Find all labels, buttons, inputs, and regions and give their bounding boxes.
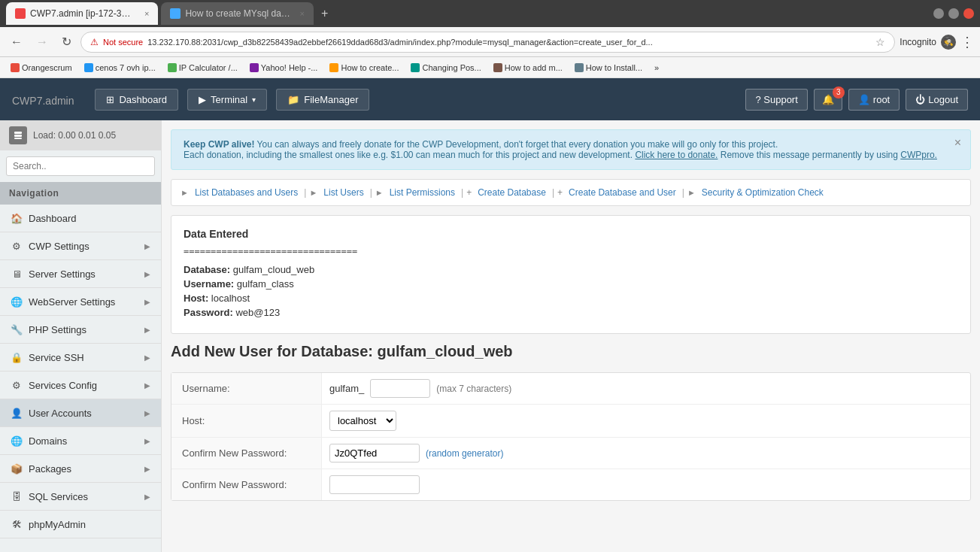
chevron-right-icon-2: ▶ xyxy=(144,270,150,278)
bookmark-orangescrum[interactable]: Orangescrum xyxy=(6,62,77,74)
alert-text-3: Remove this message permanently by using xyxy=(721,150,898,160)
server-settings-icon: 🖥 xyxy=(11,268,23,280)
how-to-add-favicon xyxy=(493,63,502,72)
browser-navbar: ← → ↻ ⚠ Not secure 13.232.170.88:2031/cw… xyxy=(0,27,980,57)
minimize-btn[interactable] xyxy=(933,8,944,19)
form-label-new-password: Confirm New Password: xyxy=(171,438,322,469)
sidebar-item-dashboard[interactable]: 🏠 Dashboard xyxy=(0,205,161,232)
donate-link[interactable]: Click here to donate. xyxy=(635,150,718,160)
terminal-button[interactable]: ▶ Terminal ▾ xyxy=(187,89,267,111)
sidebar-item-domains[interactable]: 🌐 Domains ▶ xyxy=(0,427,161,455)
data-row-database: Database: gulfam_cloud_web xyxy=(184,264,958,275)
browser-menu-button[interactable]: ⋮ xyxy=(960,34,974,50)
sidebar-item-user-accounts[interactable]: 👤 User Accounts ▶ xyxy=(0,399,161,427)
close-btn[interactable] xyxy=(963,8,974,19)
data-divider: ================================ xyxy=(184,246,958,256)
list-permissions-link[interactable]: List Permissions xyxy=(387,186,458,199)
tab-favicon-help xyxy=(170,8,181,19)
data-row-username: Username: gulfam_class xyxy=(184,278,958,290)
form-input-new-password: (random generator) xyxy=(322,438,970,469)
username-hint: (max 7 characters) xyxy=(436,384,511,394)
forward-button[interactable]: → xyxy=(32,34,53,50)
chevron-right-icon: ▶ xyxy=(144,242,150,250)
back-button[interactable]: ← xyxy=(6,34,27,50)
tab-close-active[interactable]: × xyxy=(144,9,149,18)
user-button[interactable]: 👤 root xyxy=(848,89,900,111)
address-bar[interactable]: ⚠ Not secure 13.232.170.88:2031/cwp_d3b8… xyxy=(80,32,895,53)
sep-2: | xyxy=(370,187,372,198)
dashboard-button[interactable]: ⊞ Dashboard xyxy=(95,89,178,111)
support-button[interactable]: ? Support xyxy=(745,89,807,111)
sidebar-item-server-settings[interactable]: 🖥 Server Settings ▶ xyxy=(0,260,161,288)
bookmark-how-to-create[interactable]: How to create... xyxy=(325,62,403,74)
logout-button[interactable]: ⏻ Logout xyxy=(906,89,968,111)
alert-close-button[interactable]: × xyxy=(954,136,961,150)
username-prefix-text: gulfam_ xyxy=(329,383,364,394)
data-entered-section: Data Entered ===========================… xyxy=(171,215,971,334)
maximize-btn[interactable] xyxy=(948,8,959,19)
confirm-password-input[interactable] xyxy=(329,475,420,494)
server-load: Load: 0.00 0.01 0.05 xyxy=(0,120,161,150)
sidebar-search-input[interactable] xyxy=(6,156,155,176)
form-input-confirm-password xyxy=(322,469,970,500)
sidebar-item-packages[interactable]: 📦 Packages ▶ xyxy=(0,455,161,483)
alert-main-text: You can always and freely donate for the… xyxy=(257,139,778,150)
logout-icon: ⏻ xyxy=(915,94,925,105)
bookmarks-bar: Orangescrum cenos 7 ovh ip... IP Calcula… xyxy=(0,57,980,78)
terminal-dropdown-icon: ▾ xyxy=(252,96,256,104)
refresh-button[interactable]: ↻ xyxy=(57,33,76,50)
bookmark-ip-calc[interactable]: IP Calculator /... xyxy=(163,62,242,74)
chevron-right-icon-6: ▶ xyxy=(144,381,150,390)
list-users-link[interactable]: List Users xyxy=(320,186,366,199)
random-generator-link[interactable]: (random generator) xyxy=(426,448,503,459)
bookmark-cenos[interactable]: cenos 7 ovh ip... xyxy=(80,62,160,74)
orangescrum-favicon xyxy=(11,63,20,72)
sidebar-item-cwp-settings[interactable]: ⚙ CWP Settings ▶ xyxy=(0,232,161,260)
inactive-tab[interactable]: How to create MYsql dat... × xyxy=(161,2,313,25)
more-bookmarks[interactable]: » xyxy=(650,62,663,74)
terminal-icon: ▶ xyxy=(199,94,206,105)
create-db-user-link[interactable]: Create Database and User xyxy=(566,186,679,199)
bookmark-changing-pos[interactable]: Changing Pos... xyxy=(406,62,485,74)
active-tab[interactable]: CWP7.admin [ip-172-31-8-... × xyxy=(6,2,158,25)
tab-label-inactive: How to create MYsql dat... xyxy=(185,8,290,19)
notifications-button[interactable]: 🔔 3 xyxy=(814,89,842,111)
form-label-username: Username: xyxy=(171,373,322,404)
sidebar-item-service-ssh[interactable]: 🔒 Service SSH ▶ xyxy=(0,344,161,372)
server-icon xyxy=(9,126,27,144)
sidebar-item-webserver[interactable]: 🌐 WebServer Settings ▶ xyxy=(0,288,161,316)
tab-close-inactive[interactable]: × xyxy=(299,9,304,18)
sidebar-item-label-server: Server Settings xyxy=(29,268,138,280)
form-row-username: Username: gulfam_ (max 7 characters) xyxy=(171,373,970,405)
bookmark-how-to-add[interactable]: How to add m... xyxy=(489,62,567,74)
incognito-area: Incognito 🕵 ⋮ xyxy=(900,34,974,50)
bookmark-star-icon[interactable]: ☆ xyxy=(875,36,885,48)
host-select[interactable]: localhost 127.0.0.1 % xyxy=(329,411,396,431)
new-password-input[interactable] xyxy=(329,444,420,463)
browser-chrome: CWP7.admin [ip-172-31-8-... × How to cre… xyxy=(0,0,980,27)
data-label-username: Username: xyxy=(184,278,234,290)
sidebar-item-phpmyadmin[interactable]: 🛠 phpMyAdmin xyxy=(0,511,161,538)
user-accounts-icon: 👤 xyxy=(11,407,23,419)
cwp-settings-icon: ⚙ xyxy=(11,240,23,252)
bookmark-how-to-install[interactable]: How to Install... xyxy=(570,62,647,74)
list-databases-users-link[interactable]: List Databases and Users xyxy=(192,186,301,199)
sidebar-item-label-users: User Accounts xyxy=(29,408,138,419)
sidebar-item-php[interactable]: 🔧 PHP Settings ▶ xyxy=(0,316,161,344)
nav-arrow-2: ► xyxy=(375,188,384,197)
how-to-create-favicon xyxy=(329,63,338,72)
data-row-host: Host: localhost xyxy=(184,293,958,304)
filemanager-button[interactable]: 📁 FileManager xyxy=(276,89,369,111)
sep-4: | xyxy=(552,187,554,198)
cwp-logo: CWP7.admin xyxy=(12,89,74,109)
bookmark-yahoo[interactable]: Yahoo! Help -... xyxy=(245,62,323,74)
sidebar-item-services-config[interactable]: ⚙ Services Config ▶ xyxy=(0,372,161,399)
create-database-link[interactable]: Create Database xyxy=(475,186,549,199)
form-row-confirm-password: Confirm New Password: xyxy=(171,469,970,500)
new-tab-button[interactable]: + xyxy=(317,7,332,20)
cwppro-link[interactable]: CWPpro. xyxy=(900,150,937,160)
not-secure-label: Not secure xyxy=(103,38,143,47)
sidebar-item-sql[interactable]: 🗄 SQL Services ▶ xyxy=(0,483,161,511)
username-input[interactable] xyxy=(370,379,430,398)
security-check-link[interactable]: Security & Optimization Check xyxy=(699,186,827,199)
